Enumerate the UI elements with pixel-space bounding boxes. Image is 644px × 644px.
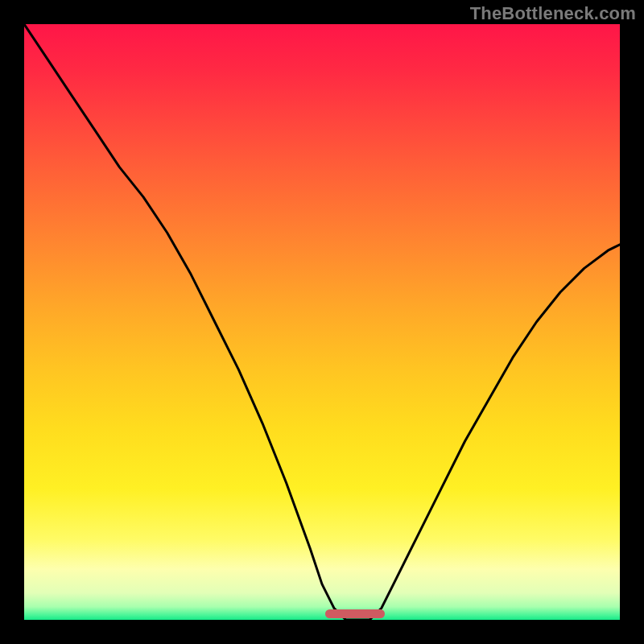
bottleneck-curve bbox=[24, 24, 620, 620]
plot-area bbox=[24, 24, 620, 620]
watermark-text: TheBottleneck.com bbox=[470, 3, 636, 24]
optimal-range-marker bbox=[325, 609, 385, 618]
chart-frame: TheBottleneck.com bbox=[0, 0, 644, 644]
